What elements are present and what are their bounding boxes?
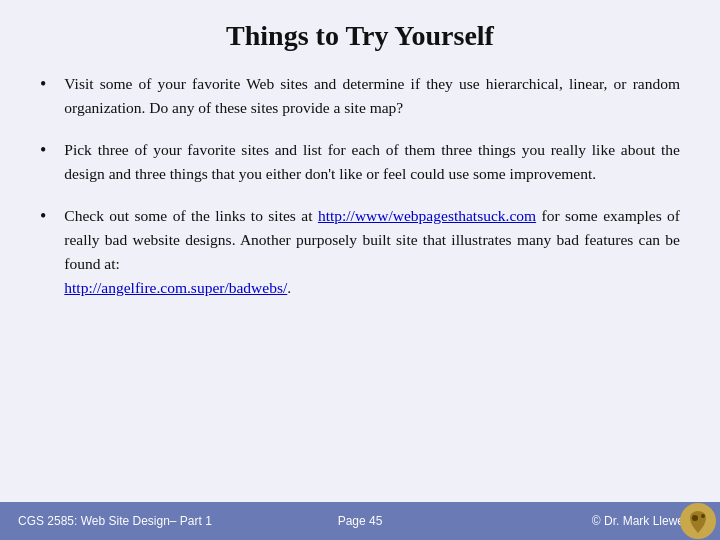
link-webpages[interactable]: http://www/webpagesthatsuck.com bbox=[318, 207, 536, 224]
bullet-list: • Visit some of your favorite Web sites … bbox=[40, 72, 680, 492]
footer-center: Page 45 bbox=[338, 514, 383, 528]
bullet-item-1: • Visit some of your favorite Web sites … bbox=[40, 72, 680, 120]
bullet-item-3: • Check out some of the links to sites a… bbox=[40, 204, 680, 300]
svg-point-1 bbox=[692, 515, 698, 521]
bullet-item-2: • Pick three of your favorite sites and … bbox=[40, 138, 680, 186]
slide-title: Things to Try Yourself bbox=[40, 20, 680, 52]
bullet-text-1: Visit some of your favorite Web sites an… bbox=[64, 72, 680, 120]
bullet-dot-1: • bbox=[40, 74, 46, 95]
bullet-text-3: Check out some of the links to sites at … bbox=[64, 204, 680, 300]
bullet-3-before: Check out some of the links to sites at bbox=[64, 207, 318, 224]
svg-point-2 bbox=[701, 514, 705, 518]
footer-logo bbox=[680, 503, 716, 539]
link-angelfire[interactable]: http://angelfire.com.super/badwebs/ bbox=[64, 279, 287, 296]
main-content: Things to Try Yourself • Visit some of y… bbox=[0, 0, 720, 502]
slide: Things to Try Yourself • Visit some of y… bbox=[0, 0, 720, 540]
bullet-dot-2: • bbox=[40, 140, 46, 161]
footer: CGS 2585: Web Site Design– Part 1 Page 4… bbox=[0, 502, 720, 540]
bullet-text-2: Pick three of your favorite sites and li… bbox=[64, 138, 680, 186]
footer-left: CGS 2585: Web Site Design– Part 1 bbox=[18, 514, 212, 528]
bullet-dot-3: • bbox=[40, 206, 46, 227]
bullet-3-after: . bbox=[287, 279, 291, 296]
